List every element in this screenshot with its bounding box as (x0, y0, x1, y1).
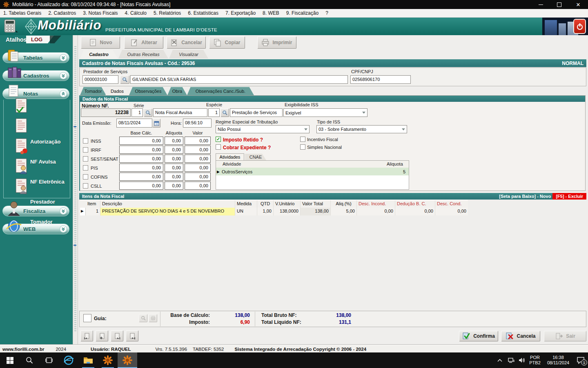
exigibilidade-dropdown[interactable]: Exigível (283, 108, 368, 117)
inss-aliq-field[interactable]: 0,00 (165, 137, 183, 145)
cofins-base-field[interactable]: 0,00 (119, 173, 163, 181)
menu-help[interactable]: ? (325, 10, 328, 16)
menu-notas-fiscais[interactable]: 3. Notas Fiscais (83, 10, 118, 16)
minimize-button[interactable] (532, 0, 550, 9)
tab-dados[interactable]: Dados (105, 87, 129, 95)
close-button[interactable]: ✕ (568, 0, 588, 9)
action-center-button[interactable]: 1 (573, 352, 588, 368)
splitter-collapse-icon[interactable]: ◂▸ (73, 124, 77, 128)
guia-checkbox[interactable] (83, 314, 91, 322)
imposto-retido-checkbox[interactable]: ✓ (216, 137, 221, 142)
inss-valor-field[interactable]: 0,00 (185, 137, 211, 145)
item-row[interactable]: ▶ 1 PRESTAÇÃO DE SERVIÇO NO DIAS 4 e 5 D… (80, 208, 468, 215)
sest-base-field[interactable]: 0,00 (119, 155, 163, 163)
csll-checkbox[interactable] (83, 183, 88, 188)
taskbar-search-button[interactable] (20, 352, 39, 368)
chevron-down-icon[interactable] (60, 225, 67, 233)
prestador-code-field[interactable]: 000003100 (82, 75, 118, 84)
taskbar-app2-button-active[interactable] (118, 352, 137, 368)
atividade-row[interactable]: ▶ OutrosServiços 5 (216, 168, 409, 175)
calendar-button[interactable] (152, 119, 160, 128)
sidebar-item-prestador[interactable]: Prestador (30, 199, 55, 205)
nav-insert-button[interactable] (96, 330, 108, 341)
atalhos-label[interactable]: Atalhos (6, 36, 27, 43)
menu-cadastros[interactable]: 2. Cadastros (48, 10, 76, 16)
csll-base-field[interactable]: 0,00 (119, 182, 163, 190)
chevron-up-icon[interactable] (60, 90, 67, 97)
alterar-button[interactable]: Alterar (124, 36, 163, 49)
cobrar-expediente-checkbox[interactable] (216, 144, 221, 150)
inss-checkbox[interactable] (83, 138, 88, 144)
cofins-aliq-field[interactable]: 0,00 (165, 173, 183, 181)
tab-visualizar[interactable]: Visualizar (169, 50, 208, 58)
regime-dropdown[interactable]: Não Possui (216, 125, 310, 133)
splitter-expand-icon[interactable]: ◂▸ (73, 243, 77, 247)
tab-outras-receitas[interactable]: Outras Receitas (118, 50, 168, 58)
nav-first-button[interactable] (80, 330, 93, 341)
sidebar-splitter[interactable]: ◂▸ ◂▸ (73, 35, 78, 345)
menu-estatisticas[interactable]: 6. Estatísticas (188, 10, 218, 16)
sest-aliq-field[interactable]: 0,00 (165, 155, 183, 163)
menu-calculo[interactable]: 4. Cálculo (125, 10, 147, 16)
tab-observacoes-canc-sub[interactable]: Observações Canc./Sub. (187, 87, 254, 95)
incentivo-fiscal-checkbox[interactable] (300, 137, 305, 142)
chevron-down-icon[interactable] (60, 72, 67, 79)
tray-clock[interactable]: 16:38 08/11/2024 (543, 352, 573, 368)
tab-cadastro[interactable]: Cadastro (80, 50, 118, 58)
csll-aliq-field[interactable]: 0,00 (165, 182, 183, 190)
prestador-icon[interactable] (13, 157, 29, 175)
nav-next-button[interactable] (111, 330, 123, 341)
tab-observacoes[interactable]: Observações (129, 87, 167, 95)
autorizacao-icon[interactable] (13, 97, 29, 114)
menu-exportacao[interactable]: 7. Exportação (225, 10, 256, 16)
inss-base-field[interactable]: 0,00 (119, 137, 163, 145)
tray-volume-button[interactable] (516, 352, 528, 368)
nf-eletronica-icon[interactable] (13, 137, 29, 155)
pis-valor-field[interactable]: 0,00 (185, 164, 211, 172)
sidebar-item-autorizacao[interactable]: Autorização (30, 139, 60, 145)
copiar-button[interactable]: Copiar (209, 36, 245, 49)
pis-base-field[interactable]: 0,00 (119, 164, 163, 172)
especie-num-field[interactable]: 1 (208, 108, 220, 117)
cofins-checkbox[interactable] (83, 174, 88, 180)
irrf-aliq-field[interactable]: 0,00 (165, 146, 183, 154)
irrf-base-field[interactable]: 0,00 (119, 146, 163, 154)
sest-senat-checkbox[interactable] (83, 156, 88, 162)
taskbar-ie-button[interactable] (59, 352, 78, 368)
cancela-button[interactable]: Cancela (501, 331, 540, 341)
menu-fiscalizacao[interactable]: 9. Fiscalização (286, 10, 318, 16)
tipo-iss-dropdown[interactable]: 03 - Sobre Faturamento (316, 125, 407, 133)
tray-chevron-button[interactable] (494, 352, 506, 368)
cpf-cnpj-field[interactable]: 02568906170 (350, 75, 411, 84)
taskbar-app1-button[interactable] (98, 352, 118, 368)
tray-network-button[interactable] (506, 352, 517, 368)
nav-last-button[interactable] (126, 330, 138, 341)
status-site[interactable]: www.fiorilli.com.br (2, 347, 44, 352)
simples-nacional-checkbox[interactable] (300, 144, 305, 150)
cancelar-button[interactable]: Cancelar (167, 36, 206, 49)
tab-obra[interactable]: Obra (167, 87, 187, 95)
pis-checkbox[interactable] (83, 165, 88, 171)
sair-button[interactable]: Sair (544, 331, 586, 341)
csll-valor-field[interactable]: 0,00 (185, 182, 211, 190)
chevron-down-icon[interactable] (60, 54, 67, 61)
tray-language-indicator[interactable]: POR PTB2 (528, 352, 542, 368)
pis-aliq-field[interactable]: 0,00 (165, 164, 183, 172)
data-emissao-field[interactable]: 08/11/2024 (116, 119, 152, 128)
serie-desc-field[interactable]: Nota Fiscal Avulsa (153, 108, 207, 117)
guia-search-button[interactable] (139, 314, 147, 322)
log-tab[interactable]: LOG (26, 36, 54, 43)
chevron-down-icon[interactable] (60, 207, 67, 215)
numero-nf-field[interactable]: 12238 (81, 108, 131, 117)
tab-tomador[interactable]: Tomador (80, 87, 106, 95)
menu-relatorios[interactable]: 5. Relatórios (154, 10, 181, 16)
taskbar-explorer-button[interactable] (78, 352, 98, 368)
maximize-button[interactable] (550, 0, 568, 9)
sidebar-item-nf-eletronica[interactable]: NF Eletrônica (30, 179, 65, 185)
irrf-checkbox[interactable] (83, 147, 88, 153)
power-button[interactable] (573, 19, 586, 34)
hora-field[interactable]: 08:56:10 (183, 119, 212, 128)
especie-search-button[interactable] (220, 108, 229, 117)
serie-field[interactable]: 1 (131, 108, 143, 117)
irrf-valor-field[interactable]: 0,00 (185, 146, 211, 154)
